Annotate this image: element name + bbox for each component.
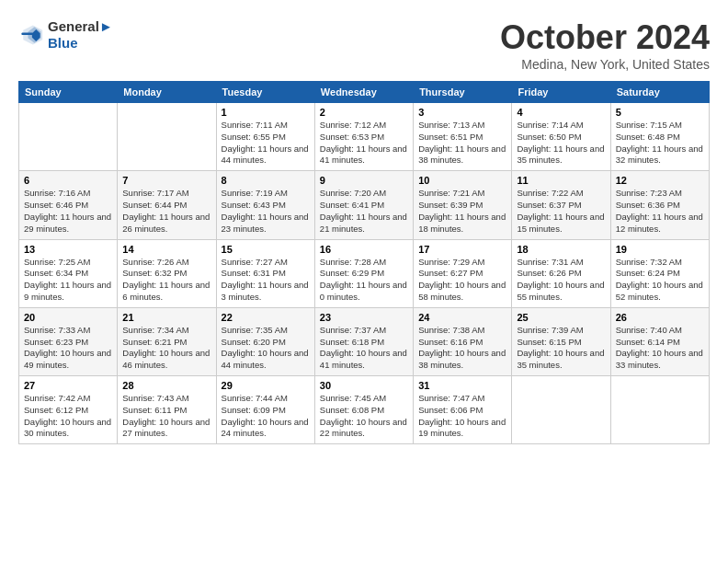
calendar-table: Sunday Monday Tuesday Wednesday Thursday… [18, 81, 710, 444]
day-info: Sunrise: 7:16 AMSunset: 6:46 PMDaylight:… [24, 188, 112, 235]
day-number: 26 [616, 312, 704, 323]
col-saturday: Saturday [610, 82, 709, 103]
calendar-cell: 9 Sunrise: 7:20 AMSunset: 6:41 PMDayligh… [314, 171, 413, 239]
col-thursday: Thursday [414, 82, 512, 103]
calendar-cell: 4 Sunrise: 7:14 AMSunset: 6:50 PMDayligh… [512, 103, 610, 171]
calendar-cell: 29 Sunrise: 7:44 AMSunset: 6:09 PMDaylig… [216, 376, 314, 444]
logo: General► Blue [18, 18, 113, 52]
day-number: 25 [517, 312, 605, 323]
day-info: Sunrise: 7:34 AMSunset: 6:21 PMDaylight:… [122, 325, 210, 372]
day-number: 4 [517, 107, 605, 118]
calendar-cell: 2 Sunrise: 7:12 AMSunset: 6:53 PMDayligh… [314, 103, 413, 171]
day-number: 16 [320, 244, 408, 255]
calendar-cell: 13 Sunrise: 7:25 AMSunset: 6:34 PMDaylig… [19, 239, 118, 307]
col-friday: Friday [512, 82, 610, 103]
title-area: October 2024 Medina, New York, United St… [500, 18, 710, 72]
calendar-cell: 14 Sunrise: 7:26 AMSunset: 6:32 PMDaylig… [118, 239, 216, 307]
day-number: 18 [517, 244, 605, 255]
day-info: Sunrise: 7:23 AMSunset: 6:36 PMDaylight:… [616, 188, 704, 235]
calendar-cell [512, 376, 610, 444]
day-number: 6 [24, 175, 112, 186]
day-number: 21 [122, 312, 210, 323]
calendar-cell: 30 Sunrise: 7:45 AMSunset: 6:08 PMDaylig… [314, 376, 413, 444]
calendar-week-4: 27 Sunrise: 7:42 AMSunset: 6:12 PMDaylig… [19, 376, 710, 444]
day-info: Sunrise: 7:33 AMSunset: 6:23 PMDaylight:… [24, 325, 112, 372]
day-number: 1 [222, 107, 310, 118]
calendar-cell: 31 Sunrise: 7:47 AMSunset: 6:06 PMDaylig… [414, 376, 512, 444]
day-info: Sunrise: 7:47 AMSunset: 6:06 PMDaylight:… [418, 393, 506, 440]
day-info: Sunrise: 7:13 AMSunset: 6:51 PMDaylight:… [418, 120, 506, 167]
month-title: October 2024 [500, 18, 710, 57]
calendar-cell: 12 Sunrise: 7:23 AMSunset: 6:36 PMDaylig… [610, 171, 709, 239]
day-number: 2 [320, 107, 408, 118]
day-number: 15 [222, 244, 310, 255]
calendar-cell: 11 Sunrise: 7:22 AMSunset: 6:37 PMDaylig… [512, 171, 610, 239]
day-number: 29 [222, 380, 310, 391]
day-info: Sunrise: 7:29 AMSunset: 6:27 PMDaylight:… [418, 257, 506, 304]
day-number: 22 [222, 312, 310, 323]
calendar-cell: 21 Sunrise: 7:34 AMSunset: 6:21 PMDaylig… [118, 307, 216, 375]
calendar-cell [610, 376, 709, 444]
calendar-week-2: 13 Sunrise: 7:25 AMSunset: 6:34 PMDaylig… [19, 239, 710, 307]
day-number: 5 [616, 107, 704, 118]
calendar-cell: 7 Sunrise: 7:17 AMSunset: 6:44 PMDayligh… [118, 171, 216, 239]
calendar-cell: 24 Sunrise: 7:38 AMSunset: 6:16 PMDaylig… [414, 307, 512, 375]
header-row: Sunday Monday Tuesday Wednesday Thursday… [19, 82, 710, 103]
day-info: Sunrise: 7:44 AMSunset: 6:09 PMDaylight:… [222, 393, 310, 440]
day-info: Sunrise: 7:31 AMSunset: 6:26 PMDaylight:… [517, 257, 605, 304]
calendar-cell: 8 Sunrise: 7:19 AMSunset: 6:43 PMDayligh… [216, 171, 314, 239]
calendar-cell: 5 Sunrise: 7:15 AMSunset: 6:48 PMDayligh… [610, 103, 709, 171]
calendar-cell: 19 Sunrise: 7:32 AMSunset: 6:24 PMDaylig… [610, 239, 709, 307]
calendar-week-1: 6 Sunrise: 7:16 AMSunset: 6:46 PMDayligh… [19, 171, 710, 239]
day-number: 3 [418, 107, 506, 118]
calendar-cell: 23 Sunrise: 7:37 AMSunset: 6:18 PMDaylig… [314, 307, 413, 375]
day-number: 27 [24, 380, 112, 391]
day-info: Sunrise: 7:38 AMSunset: 6:16 PMDaylight:… [418, 325, 506, 372]
day-info: Sunrise: 7:39 AMSunset: 6:15 PMDaylight:… [517, 325, 605, 372]
day-info: Sunrise: 7:17 AMSunset: 6:44 PMDaylight:… [122, 188, 210, 235]
calendar-cell: 16 Sunrise: 7:28 AMSunset: 6:29 PMDaylig… [314, 239, 413, 307]
day-info: Sunrise: 7:22 AMSunset: 6:37 PMDaylight:… [517, 188, 605, 235]
calendar-cell: 28 Sunrise: 7:43 AMSunset: 6:11 PMDaylig… [118, 376, 216, 444]
header: General► Blue October 2024 Medina, New Y… [18, 18, 710, 72]
col-monday: Monday [118, 82, 216, 103]
day-info: Sunrise: 7:42 AMSunset: 6:12 PMDaylight:… [24, 393, 112, 440]
day-info: Sunrise: 7:43 AMSunset: 6:11 PMDaylight:… [122, 393, 210, 440]
day-info: Sunrise: 7:12 AMSunset: 6:53 PMDaylight:… [320, 120, 408, 167]
col-sunday: Sunday [19, 82, 118, 103]
day-info: Sunrise: 7:15 AMSunset: 6:48 PMDaylight:… [616, 120, 704, 167]
day-info: Sunrise: 7:40 AMSunset: 6:14 PMDaylight:… [616, 325, 704, 372]
calendar-cell: 18 Sunrise: 7:31 AMSunset: 6:26 PMDaylig… [512, 239, 610, 307]
calendar-cell: 1 Sunrise: 7:11 AMSunset: 6:55 PMDayligh… [216, 103, 314, 171]
location: Medina, New York, United States [500, 57, 710, 72]
calendar-cell: 26 Sunrise: 7:40 AMSunset: 6:14 PMDaylig… [610, 307, 709, 375]
svg-rect-4 [22, 32, 33, 35]
day-number: 28 [122, 380, 210, 391]
day-number: 12 [616, 175, 704, 186]
calendar-cell: 25 Sunrise: 7:39 AMSunset: 6:15 PMDaylig… [512, 307, 610, 375]
day-info: Sunrise: 7:27 AMSunset: 6:31 PMDaylight:… [222, 257, 310, 304]
day-number: 7 [122, 175, 210, 186]
day-number: 11 [517, 175, 605, 186]
calendar-cell [19, 103, 118, 171]
day-info: Sunrise: 7:32 AMSunset: 6:24 PMDaylight:… [616, 257, 704, 304]
calendar-cell: 6 Sunrise: 7:16 AMSunset: 6:46 PMDayligh… [19, 171, 118, 239]
day-info: Sunrise: 7:35 AMSunset: 6:20 PMDaylight:… [222, 325, 310, 372]
day-info: Sunrise: 7:20 AMSunset: 6:41 PMDaylight:… [320, 188, 408, 235]
calendar-week-3: 20 Sunrise: 7:33 AMSunset: 6:23 PMDaylig… [19, 307, 710, 375]
logo-text: General► Blue [48, 18, 113, 52]
col-tuesday: Tuesday [216, 82, 314, 103]
calendar-cell: 17 Sunrise: 7:29 AMSunset: 6:27 PMDaylig… [414, 239, 512, 307]
day-info: Sunrise: 7:11 AMSunset: 6:55 PMDaylight:… [222, 120, 310, 167]
day-info: Sunrise: 7:45 AMSunset: 6:08 PMDaylight:… [320, 393, 408, 440]
col-wednesday: Wednesday [314, 82, 413, 103]
day-number: 17 [418, 244, 506, 255]
logo-icon [18, 22, 44, 48]
day-info: Sunrise: 7:14 AMSunset: 6:50 PMDaylight:… [517, 120, 605, 167]
day-number: 24 [418, 312, 506, 323]
day-info: Sunrise: 7:28 AMSunset: 6:29 PMDaylight:… [320, 257, 408, 304]
day-info: Sunrise: 7:25 AMSunset: 6:34 PMDaylight:… [24, 257, 112, 304]
day-info: Sunrise: 7:21 AMSunset: 6:39 PMDaylight:… [418, 188, 506, 235]
calendar-cell: 15 Sunrise: 7:27 AMSunset: 6:31 PMDaylig… [216, 239, 314, 307]
day-info: Sunrise: 7:19 AMSunset: 6:43 PMDaylight:… [222, 188, 310, 235]
